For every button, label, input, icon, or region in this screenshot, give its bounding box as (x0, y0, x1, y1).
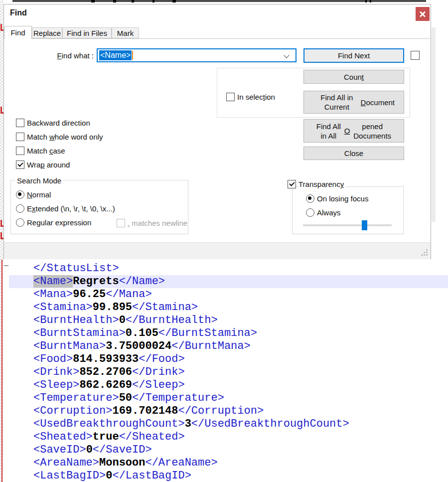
checkbox-box (16, 161, 24, 169)
editor-line[interactable]: <Temperature>50</Temperature> (9, 392, 448, 405)
transparency-on-losing-focus[interactable]: On losing focus (306, 194, 314, 205)
editor-line[interactable]: <SaveID>0</SaveID> (9, 444, 448, 457)
editor-line[interactable]: <Food>814.593933</Food> (9, 353, 448, 366)
xml-value: Monsoon (99, 457, 145, 469)
transparency-slider-track[interactable] (303, 224, 392, 226)
checkbox-box (117, 219, 125, 227)
xml-value: true (93, 431, 119, 443)
xml-tag: </SaveID> (93, 444, 152, 456)
editor-line[interactable]: <BurntMana>3.75000024</BurntMana> (9, 340, 448, 353)
find-all-current-button[interactable]: Find All in Current Document (303, 91, 404, 114)
checkbox-box (16, 133, 24, 141)
xml-value: 96.25 (73, 288, 106, 301)
editor-line[interactable]: <Sleep>862.6269</Sleep> (9, 379, 448, 392)
fold-margin-marker[interactable] (4, 265, 8, 266)
chevron-down-icon[interactable] (284, 52, 289, 58)
checkbox-box (288, 180, 296, 188)
transparency-slider-thumb[interactable] (362, 220, 367, 230)
radio-label: Normal (27, 190, 51, 199)
radio-circle (306, 194, 314, 203)
close-button[interactable] (416, 7, 430, 21)
search-mode-extended[interactable]: Extended (\n, \r, \t, \0, \x...) (16, 204, 24, 215)
xml-value: 0 (106, 470, 112, 482)
editor-line[interactable]: <Name>Regrets</Name> (9, 275, 448, 288)
background-glyph (370, 0, 371, 2)
tab-find[interactable]: Find (4, 26, 32, 39)
xml-tag: </Corruption> (178, 405, 264, 417)
tab-mark[interactable]: Mark (112, 27, 139, 38)
xml-value: 814.593933 (73, 353, 139, 365)
search-mode-normal[interactable]: Normal (16, 190, 24, 201)
xml-value: 50 (119, 392, 132, 404)
editor-line[interactable]: <BurntHealth>0</BurntHealth> (9, 314, 448, 327)
editor-lines: </StatusList><Name>Regrets</Name><Mana>9… (9, 262, 448, 482)
xml-tag: </Drink> (132, 366, 185, 378)
background-glyph (132, 0, 134, 2)
resize-grip-icon[interactable] (426, 254, 428, 256)
editor-line[interactable]: </StatusList> (9, 262, 448, 275)
background-window-top (12, 0, 426, 2)
find-what-combobox[interactable]: <Name> (97, 48, 297, 62)
checkbox-label: In selection (237, 93, 275, 101)
option-backward-direction[interactable]: Backward direction (16, 119, 24, 129)
editor-line[interactable]: <Stamina>99.895</Stamina> (9, 301, 448, 314)
radio-label: On losing focus (317, 194, 368, 203)
xml-tag: <SaveID> (33, 444, 86, 456)
tab-replace[interactable]: Replace (32, 27, 62, 38)
xml-tag: <LastBagID> (33, 470, 106, 482)
radio-circle (16, 204, 24, 213)
tab-find-in-files[interactable]: Find in Files (62, 27, 112, 38)
close-dialog-button[interactable]: Close (303, 147, 404, 160)
xml-tag: <Name> (33, 275, 73, 288)
option-match-whole-word-only[interactable]: Match whole word only (16, 133, 24, 143)
xml-value: 862.6269 (79, 379, 132, 391)
xml-tag: </AreaName> (145, 457, 217, 469)
checkbox-label: Match whole word only (27, 133, 103, 141)
editor-line[interactable]: <Sheated>true</Sheated> (9, 431, 448, 444)
xml-tag: <Food> (33, 353, 73, 365)
find-next-button[interactable]: Find Next (303, 48, 404, 63)
find-all-opened-button[interactable]: Find All in All Opened Documents (303, 119, 404, 143)
xml-value: 0 (86, 444, 93, 456)
editor-line[interactable]: <LastBagID>0</LastBagID> (9, 470, 448, 482)
checkbox-box (16, 119, 24, 127)
editor-line[interactable]: <Drink>852.2706</Drink> (9, 366, 448, 379)
search-mode-regular[interactable]: Regular expression (16, 218, 24, 229)
in-selection-checkbox[interactable]: In selection (226, 93, 235, 103)
background-glyph (152, 0, 154, 2)
find-what-label: Find what : (29, 51, 94, 60)
editor-line[interactable]: <Mana>96.25</Mana> (9, 288, 448, 301)
xml-tag: </Sleep> (132, 379, 185, 391)
xml-tag: <Mana> (33, 288, 73, 301)
xml-value: 852.2706 (79, 366, 132, 378)
transparency-checkbox[interactable]: Transparency (288, 180, 296, 190)
xml-value: 169.702148 (112, 405, 178, 417)
xml-value: Regrets (73, 275, 119, 288)
matches-newline-checkbox[interactable]: . matches newline (117, 219, 125, 229)
search-mode-legend: Search Mode (15, 176, 63, 185)
editor-line[interactable]: <BurntStamina>0.105</BurntStamina> (9, 327, 448, 340)
editor-line[interactable]: <Corruption>169.702148</Corruption> (9, 405, 448, 418)
transparency-always[interactable]: Always (306, 208, 314, 219)
xml-value: 0.105 (126, 327, 158, 339)
tab-strip-divider (4, 38, 431, 39)
option-match-case[interactable]: Match case (16, 147, 24, 157)
option-wrap-around[interactable]: Wrap around (16, 161, 24, 171)
dialog-footer (4, 242, 431, 259)
radio-label: Always (317, 208, 341, 217)
find-dialog: Find FindReplaceFind in FilesMark Find w… (3, 4, 431, 259)
count-button[interactable]: Count (303, 70, 404, 84)
xml-tag: </Food> (139, 353, 184, 365)
xml-value: 3.75000024 (106, 340, 171, 352)
xml-tag: </StatusList> (33, 262, 119, 275)
xml-tag: </UsedBreakthroughCount> (191, 418, 349, 430)
xml-tag: <Corruption> (33, 405, 112, 417)
xml-tag: </LastBagID> (112, 470, 191, 482)
editor-line[interactable]: <UsedBreakthroughCount>3</UsedBreakthrou… (9, 418, 448, 431)
text-caret (132, 51, 133, 60)
radio-circle (16, 190, 24, 199)
unlabeled-checkbox[interactable] (411, 51, 420, 60)
editor-line[interactable]: <AreaName>Monsoon</AreaName> (9, 457, 448, 470)
xml-tag: <BurntMana> (33, 340, 106, 352)
screen: r> ;NQ </StatusList><Name>Regrets</Name>… (0, 0, 448, 482)
